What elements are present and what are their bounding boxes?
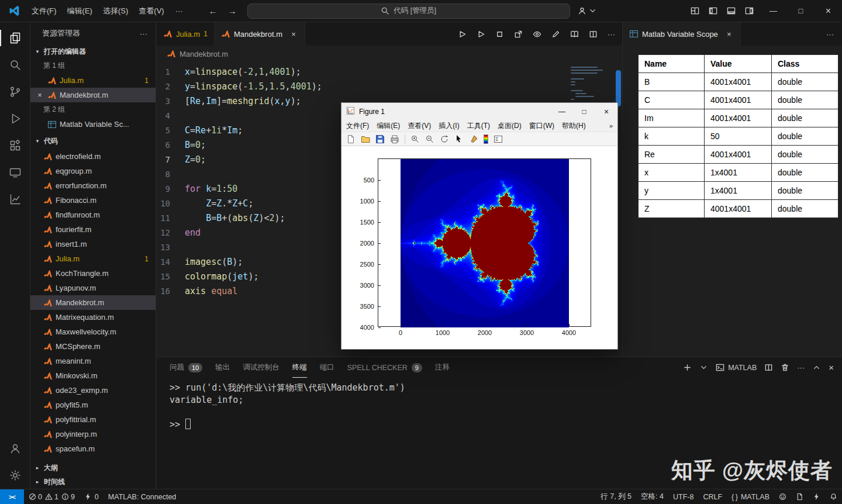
new-terminal-icon[interactable] [683, 363, 692, 372]
run-and-debug-icon[interactable] [0, 105, 30, 132]
split-editor-icon[interactable] [589, 30, 598, 39]
toggle-panel-icon[interactable] [727, 6, 736, 15]
figure-maximize-button[interactable]: □ [573, 103, 595, 120]
chart-icon[interactable] [0, 186, 30, 213]
open-editor-mandekbrot-m[interactable]: ×Mandekbrot.m [30, 88, 156, 102]
toggle-primary-sidebar-icon[interactable] [709, 6, 717, 15]
matlab-figure-window[interactable]: Figure 1 — □ × 文件(F)编辑(E)查看(V)插入(I)工具(T)… [341, 102, 618, 350]
open-editor-julia-m[interactable]: Julia.m1 [30, 73, 156, 88]
rotate3d-icon[interactable] [440, 134, 449, 144]
file-item-polyfittrial-m[interactable]: polyfittrial.m [30, 412, 156, 427]
file-item-meanint-m[interactable]: meanint.m [30, 354, 156, 368]
file-item-maxwellvelocity-m[interactable]: Maxwellvelocity.m [30, 325, 156, 339]
brush-icon[interactable] [469, 134, 478, 144]
close-icon[interactable]: × [724, 30, 734, 39]
source-control-icon[interactable] [0, 78, 30, 105]
file-item-insert1-m[interactable]: insert1.m [30, 237, 156, 251]
scrollbar-thumb[interactable] [616, 70, 621, 106]
zoom-in-icon[interactable] [410, 134, 420, 144]
remote-explorer-icon[interactable] [0, 159, 30, 186]
figure-minimize-button[interactable]: — [551, 103, 573, 120]
file-item-spacefun-m[interactable]: spacefun.m [30, 441, 156, 456]
panel-tab-问题[interactable]: 问题10 [170, 357, 202, 378]
more-actions-icon[interactable]: ··· [797, 363, 805, 372]
outline-section[interactable]: ▸ 大纲 [30, 461, 156, 475]
tab-matlab-variable-scope[interactable]: Matlab Variable Scope × [623, 22, 741, 46]
command-center-search[interactable]: 代码 [管理员] [247, 4, 570, 19]
figure-menu-插入-i[interactable]: 插入(I) [439, 121, 459, 131]
data-cursor-icon[interactable] [454, 134, 464, 144]
breadcrumb[interactable]: Mandekbrot.m [157, 46, 622, 62]
notifications[interactable] [825, 493, 842, 500]
indentation-indicator[interactable]: 空格: 4 [636, 492, 668, 502]
file-item-lyapunov-m[interactable]: Lyapunov.m [30, 281, 156, 295]
export-icon[interactable] [514, 30, 523, 39]
figure-close-button[interactable]: × [595, 103, 617, 120]
run-matlab-icon[interactable] [458, 30, 467, 39]
panel-tab-注释[interactable]: 注释 [435, 357, 450, 378]
search-icon[interactable] [0, 51, 30, 78]
close-panel-icon[interactable]: × [829, 363, 834, 372]
file-item-polyinterp-m[interactable]: polyinterp.m [30, 427, 156, 441]
profile-menu[interactable] [578, 6, 597, 15]
file-item-matrixequation-m[interactable]: Matrixequation.m [30, 310, 156, 325]
figure-menu-帮助-h[interactable]: 帮助(H) [562, 121, 586, 131]
explorer-more-actions-icon[interactable]: ··· [140, 29, 147, 38]
figure-menu-工具-t[interactable]: 工具(T) [467, 121, 490, 131]
matlab-status[interactable]: MATLAB: Connected [103, 489, 181, 504]
folder-section[interactable]: ▾ 代码 [30, 134, 156, 148]
run-icon[interactable] [477, 30, 485, 39]
figure-menu-文件-f[interactable]: 文件(F) [346, 121, 369, 131]
sync-indicator[interactable] [808, 493, 825, 500]
file-item-fibonacci-m[interactable]: Fibonacci.m [30, 193, 156, 208]
split-terminal-icon[interactable] [764, 363, 773, 372]
menu-文件-f[interactable]: 文件(F) [26, 4, 62, 19]
nav-back-icon[interactable]: ← [209, 6, 218, 16]
problems-indicator[interactable]: 0 1 9 [24, 489, 80, 504]
file-item-mcsphere-m[interactable]: MCSphere.m [30, 339, 156, 354]
remote-indicator[interactable]: >< [0, 489, 24, 504]
figure-titlebar[interactable]: Figure 1 — □ × [341, 103, 617, 120]
more-actions-icon[interactable]: ··· [826, 30, 834, 39]
settings-icon[interactable] [0, 462, 30, 489]
panel-tab-输出[interactable]: 输出 [215, 357, 230, 378]
figure-menu-查看-v[interactable]: 查看(V) [408, 121, 431, 131]
explorer-icon[interactable] [0, 25, 30, 51]
close-button[interactable]: × [815, 0, 842, 22]
encoding-indicator[interactable]: UTF-8 [668, 493, 698, 501]
tab-julia-m[interactable]: Julia.m1 [157, 22, 215, 46]
copilot-indicator[interactable] [774, 493, 791, 500]
panel-tab-终端[interactable]: 终端 [292, 357, 307, 378]
file-item-findfunroot-m[interactable]: findfunroot.m [30, 208, 156, 222]
panel-tab-调试控制台[interactable]: 调试控制台 [243, 357, 279, 378]
ports-indicator[interactable]: 0 [80, 489, 103, 504]
panel-tab-spell-checker[interactable]: SPELL CHECKER9 [347, 357, 422, 378]
customize-layout-icon[interactable] [691, 6, 699, 15]
print-figure-icon[interactable] [390, 134, 399, 144]
file-item-fourierfit-m[interactable]: fourierfit.m [30, 222, 156, 237]
preview-icon[interactable] [570, 30, 579, 39]
file-item-errorfunction-m[interactable]: errorfunction.m [30, 178, 156, 193]
file-item-julia-m[interactable]: Julia.m1 [30, 251, 156, 266]
zoom-out-icon[interactable] [425, 134, 434, 144]
accounts-icon[interactable] [0, 435, 30, 462]
legend-icon[interactable] [494, 134, 503, 144]
file-item-minkovski-m[interactable]: Minkovski.m [30, 368, 156, 383]
terminal-list-item-matlab[interactable]: MATLAB [716, 363, 757, 372]
maximize-panel-icon[interactable] [812, 363, 821, 372]
save-figure-icon[interactable] [375, 134, 385, 144]
file-item-eqgroup-m[interactable]: eqgroup.m [30, 164, 156, 178]
close-icon[interactable]: × [35, 91, 44, 99]
menu-编辑-e[interactable]: 编辑(E) [62, 4, 98, 19]
menu-overflow-icon[interactable]: » [609, 122, 613, 129]
file-item-kochtriangle-m[interactable]: KochTriangle.m [30, 266, 156, 281]
edit-session-indicator[interactable] [791, 493, 808, 500]
eye-icon[interactable] [533, 30, 541, 39]
open-editors-section[interactable]: ▾ 打开的编辑器 [30, 44, 156, 58]
panel-tab-端口[interactable]: 端口 [320, 357, 334, 378]
file-item-mandekbrot-m[interactable]: Mandekbrot.m [30, 295, 156, 310]
new-figure-icon[interactable] [346, 134, 356, 144]
stop-icon[interactable] [495, 30, 504, 39]
tab-mandekbrot-m[interactable]: Mandekbrot.m× [215, 22, 305, 46]
kill-terminal-icon[interactable] [781, 363, 789, 372]
